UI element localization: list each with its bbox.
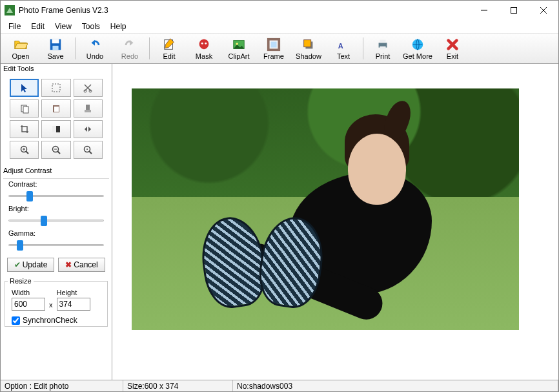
svg-rect-32 [52, 126, 56, 132]
status-size: Size:600 x 374 [123, 380, 233, 391]
redo-label: Redo [121, 52, 138, 60]
mask-label: Mask [196, 52, 212, 60]
status-option: Option : Edit photo [1, 380, 123, 391]
update-label: Update [23, 260, 48, 269]
edit-tools-title: Edit Tools [1, 64, 112, 75]
print-button[interactable]: Print [365, 34, 400, 63]
width-label: Width [12, 289, 45, 296]
resize-panel: Resize Width x Height SynchronCheck [5, 277, 108, 327]
edit-button[interactable]: Edit [152, 34, 187, 63]
width-input[interactable] [12, 298, 45, 311]
frame-label: Frame [263, 52, 284, 60]
check-icon: ✔ [14, 260, 21, 269]
svg-point-42 [86, 149, 88, 150]
cancel-button[interactable]: ✖Cancel [58, 258, 105, 272]
svg-rect-20 [380, 46, 385, 49]
svg-rect-16 [304, 39, 311, 46]
svg-line-34 [26, 151, 28, 154]
copy-tool[interactable] [10, 99, 39, 118]
levels-tool[interactable] [41, 120, 70, 138]
height-label: Height [57, 289, 90, 296]
redo-button[interactable]: Redo [112, 34, 147, 63]
cut-tool[interactable] [74, 79, 103, 97]
save-button[interactable]: Save [38, 34, 73, 63]
frame-icon [267, 37, 281, 52]
svg-text:A: A [338, 42, 343, 50]
open-button[interactable]: Open [3, 34, 38, 63]
x-separator: x [49, 301, 53, 311]
open-label: Open [12, 52, 30, 60]
exit-icon [445, 37, 460, 52]
stamp-tool[interactable] [74, 99, 103, 118]
svg-rect-26 [23, 107, 28, 113]
menu-file[interactable]: File [3, 21, 26, 32]
bright-slider[interactable] [8, 214, 104, 227]
contrast-slider[interactable] [8, 189, 104, 202]
svg-rect-14 [270, 41, 276, 47]
separator [363, 37, 363, 59]
frame-button[interactable]: Frame [256, 34, 291, 63]
close-button[interactable] [529, 1, 558, 20]
svg-line-41 [89, 151, 92, 154]
clipart-label: ClipArt [228, 52, 249, 60]
redo-icon [123, 37, 137, 52]
minimize-button[interactable] [469, 1, 499, 20]
resize-title: Resize [8, 277, 34, 285]
undo-label: Undo [86, 52, 103, 60]
tool-grid [1, 75, 112, 165]
menu-tools[interactable]: Tools [77, 21, 105, 32]
update-button[interactable]: ✔Update [7, 258, 54, 272]
menu-edit[interactable]: Edit [26, 21, 50, 32]
clipart-icon [232, 37, 246, 52]
mask-button[interactable]: Mask [187, 34, 221, 63]
folder-open-icon [14, 37, 28, 52]
adjust-contrast-title: Adjust Contrast [1, 165, 112, 177]
zoom-fit-tool[interactable] [74, 141, 103, 159]
edit-icon [162, 37, 176, 52]
marquee-tool[interactable] [41, 79, 70, 97]
contrast-label: Contrast: [8, 180, 104, 188]
paste-tool[interactable] [41, 99, 70, 118]
separator [149, 37, 150, 59]
floppy-icon [48, 37, 63, 52]
crop-tool[interactable] [10, 120, 39, 138]
getmore-label: Get More [403, 52, 432, 60]
flip-tool[interactable] [74, 120, 103, 138]
separator [3, 178, 109, 179]
photo-preview [132, 88, 519, 330]
gamma-label: Gamma: [8, 229, 104, 237]
separator [75, 37, 76, 59]
shadow-label: Shadow [296, 52, 321, 60]
maximize-button[interactable] [499, 1, 529, 20]
svg-rect-6 [52, 39, 59, 43]
synchron-checkbox[interactable] [12, 316, 20, 325]
shadow-button[interactable]: Shadow [291, 34, 326, 63]
getmore-button[interactable]: Get More [400, 34, 435, 63]
height-input[interactable] [57, 298, 90, 311]
menu-view[interactable]: View [50, 21, 77, 32]
globe-icon [411, 37, 425, 52]
menu-help[interactable]: Help [105, 21, 132, 32]
shadow-icon [301, 37, 316, 52]
undo-button[interactable]: Undo [77, 34, 112, 63]
text-button[interactable]: A Text [326, 34, 361, 63]
synchron-label: SynchronCheck [23, 316, 77, 325]
clipart-button[interactable]: ClipArt [221, 34, 256, 63]
statusbar: Option : Edit photo Size:600 x 374 No:sh… [1, 380, 558, 391]
workarea: Edit Tools Adjust Contrast Contrast: Bri… [1, 64, 558, 380]
print-label: Print [376, 52, 391, 60]
printer-icon [376, 37, 390, 52]
status-no: No:shadows003 [233, 380, 558, 391]
titlebar: Photo Frame Genius V2.3 [1, 1, 558, 20]
zoom-in-tool[interactable] [10, 141, 39, 159]
canvas[interactable] [112, 64, 558, 380]
toolbar: Open Save Undo Redo Edit Mask ClipArt Fr… [1, 33, 558, 64]
exit-label: Exit [447, 52, 458, 60]
pointer-tool[interactable] [10, 79, 39, 97]
sidebar: Edit Tools Adjust Contrast Contrast: Bri… [1, 64, 112, 380]
text-icon: A [336, 37, 351, 52]
zoom-out-tool[interactable] [41, 141, 70, 159]
gamma-slider[interactable] [8, 238, 104, 251]
exit-button[interactable]: Exit [435, 34, 470, 63]
text-label: Text [337, 52, 350, 60]
